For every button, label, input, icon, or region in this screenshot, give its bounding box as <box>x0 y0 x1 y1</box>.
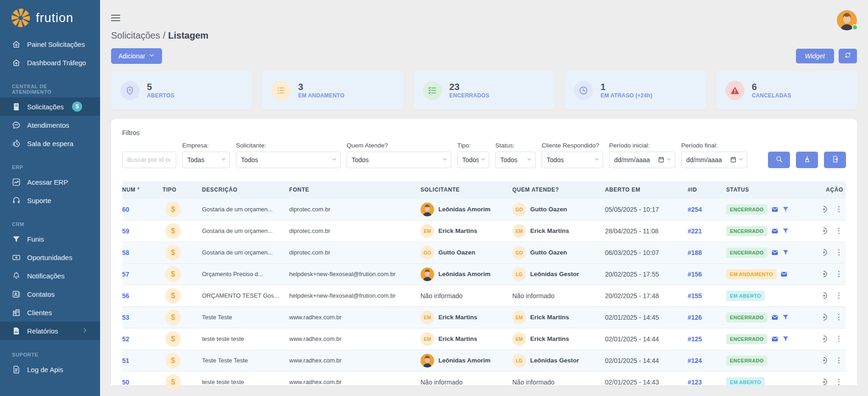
more-actions-icon[interactable] <box>834 226 843 235</box>
more-actions-icon[interactable] <box>834 291 843 300</box>
sidebar-item-label: Painel Solicitações <box>27 40 85 48</box>
sidebar-item-dashboard-trafego[interactable]: Dashboard Tráfego <box>0 53 100 72</box>
sidebar-item-acessar-erp[interactable]: Acessar ERP <box>0 173 100 191</box>
periodo-final-input[interactable]: dd/mm/aaaa <box>681 152 747 168</box>
more-actions-icon[interactable] <box>834 356 843 365</box>
sidebar-item-sala-de-espera[interactable]: Sala de espera <box>0 134 100 153</box>
ticket-id-link[interactable]: #156 <box>688 271 702 278</box>
view-icon[interactable] <box>823 270 828 278</box>
funnel-icon[interactable] <box>782 227 789 234</box>
view-icon[interactable] <box>823 378 828 386</box>
cell-aberto-em: 02/01/2025 - 14:43 <box>605 379 688 386</box>
more-actions-icon[interactable] <box>834 248 843 257</box>
view-icon[interactable] <box>823 205 828 214</box>
funnel-icon[interactable] <box>782 206 789 213</box>
stat-card-em-atraso-24h[interactable]: 1EM ATRASO (+24h) <box>565 71 706 110</box>
sidebar-item-atendimentos[interactable]: Atendimentos <box>0 116 100 134</box>
more-actions-icon[interactable] <box>834 270 843 278</box>
cell-tipo: $ <box>162 288 202 304</box>
avatar-initials: GO <box>420 246 434 260</box>
chevron-down-icon <box>222 157 226 161</box>
refresh-button[interactable] <box>839 49 857 63</box>
ticket-id-link[interactable]: #254 <box>688 206 702 213</box>
quem-atende-select[interactable]: Todos <box>347 152 451 168</box>
stat-card-canceladas[interactable]: 6CANCELADAS <box>716 71 857 110</box>
email-icon[interactable] <box>771 249 779 256</box>
menu-toggle-button[interactable] <box>111 12 122 24</box>
cell-num: 58 <box>122 249 162 256</box>
sidebar-item-oportunidades[interactable]: Oportunidades <box>0 248 100 266</box>
ticket-number-link[interactable]: 51 <box>122 357 129 364</box>
more-actions-icon[interactable] <box>834 378 843 386</box>
funnel-icon[interactable] <box>782 335 789 342</box>
more-actions-icon[interactable] <box>834 205 843 214</box>
avatar-initials: LG <box>512 267 526 281</box>
view-icon[interactable] <box>823 226 828 235</box>
ticket-id-link[interactable]: #188 <box>688 249 702 256</box>
view-icon[interactable] <box>823 291 828 300</box>
more-actions-icon[interactable] <box>834 334 843 343</box>
status-select[interactable]: Todos <box>495 152 536 168</box>
ticket-id-link[interactable]: #155 <box>688 292 702 300</box>
cell-acao <box>823 226 846 235</box>
ticket-id-link[interactable]: #123 <box>688 379 702 386</box>
view-icon[interactable] <box>823 248 828 257</box>
email-icon[interactable] <box>771 314 779 321</box>
search-input[interactable] <box>122 152 176 168</box>
email-icon[interactable] <box>771 227 779 235</box>
ticket-id-link[interactable]: #124 <box>688 357 702 364</box>
ticket-number-link[interactable]: 53 <box>122 314 129 321</box>
sidebar-item-relatorios[interactable]: Relatórios <box>0 322 100 340</box>
tipo-select[interactable]: Todos <box>457 152 489 168</box>
sidebar-item-solicitacoes[interactable]: Solicitações5 <box>0 97 100 116</box>
stat-card-encerrados[interactable]: 23ENCERRADOS <box>414 71 554 110</box>
periodo-inicial-input[interactable]: dd/mm/aaaa <box>609 152 675 168</box>
sidebar-item-clientes[interactable]: Clientes <box>0 303 100 322</box>
cell-quem-atende: Não informado <box>512 379 605 386</box>
person-erick-martins: EMErick Martins <box>420 224 509 238</box>
funnel-icon[interactable] <box>782 249 789 256</box>
add-button[interactable]: Adicionar <box>111 48 162 64</box>
ticket-id-link[interactable]: #125 <box>688 335 702 343</box>
ticket-number-link[interactable]: 60 <box>122 206 129 213</box>
ticket-number-link[interactable]: 57 <box>122 271 129 278</box>
ticket-number-link[interactable]: 56 <box>122 292 129 300</box>
cell-acao <box>823 356 846 365</box>
search-button[interactable] <box>768 152 790 168</box>
ticket-number-link[interactable]: 50 <box>122 379 129 386</box>
user-avatar[interactable] <box>837 10 857 30</box>
email-icon[interactable] <box>771 206 779 213</box>
brand-logo[interactable]: frution <box>0 0 100 35</box>
export-button[interactable] <box>824 152 846 168</box>
sidebar-item-notificacoes[interactable]: Notificações <box>0 266 100 285</box>
sidebar-item-suporte[interactable]: Suporte <box>0 191 100 209</box>
stat-card-em-andamento[interactable]: 3EM ANDAMENTO <box>262 71 403 110</box>
sidebar-item-painel-solicitacoes[interactable]: Painel Solicitações <box>0 35 100 53</box>
sidebar-item-label: Dashboard Tráfego <box>27 59 86 67</box>
solicitante-select[interactable]: Todos <box>236 152 341 168</box>
cell-solicitante: EMErick Martins <box>420 224 512 238</box>
email-icon[interactable] <box>771 335 779 343</box>
ticket-id-link[interactable]: #221 <box>688 227 702 235</box>
sidebar-item-funis[interactable]: Funis <box>0 230 100 248</box>
widget-button[interactable]: Widget <box>796 49 834 63</box>
email-icon[interactable] <box>780 271 788 278</box>
sidebar-item-contatos[interactable]: Contatos <box>0 285 100 303</box>
sidebar-item-log-de-apis[interactable]: Log de Apis <box>0 360 100 379</box>
stat-card-abertos[interactable]: 5ABERTOS <box>111 71 252 110</box>
empresa-select[interactable]: Todas <box>182 152 230 168</box>
funnel-icon[interactable] <box>782 314 789 321</box>
cliente-respondido-select[interactable]: Todos <box>542 152 603 168</box>
breadcrumb-parent[interactable]: Solicitações <box>111 30 160 40</box>
view-icon[interactable] <box>823 334 828 343</box>
clear-filters-button[interactable] <box>796 152 818 168</box>
view-icon[interactable] <box>823 356 828 365</box>
person-erick-martins: EMErick Martins <box>420 332 509 346</box>
ticket-number-link[interactable]: 59 <box>122 227 129 235</box>
person-name: Erick Martins <box>530 227 569 234</box>
ticket-number-link[interactable]: 52 <box>122 335 129 343</box>
view-icon[interactable] <box>823 313 828 322</box>
ticket-number-link[interactable]: 58 <box>122 249 129 256</box>
more-actions-icon[interactable] <box>834 313 843 322</box>
ticket-id-link[interactable]: #126 <box>688 314 702 321</box>
